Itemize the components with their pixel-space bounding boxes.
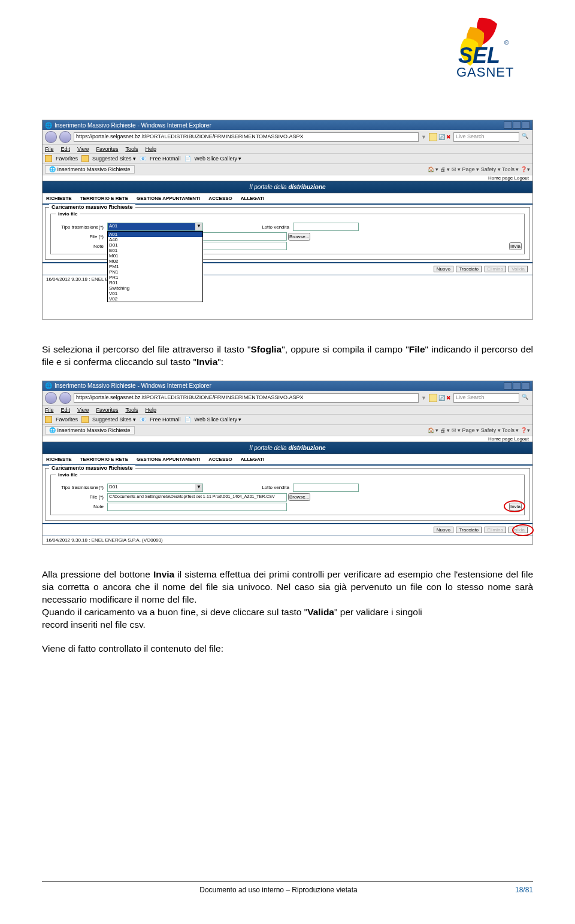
- window-titlebar: 🌐 Inserimento Massivo Richieste - Window…: [43, 381, 532, 391]
- lotto-field[interactable]: [293, 484, 359, 492]
- file-label: File (*): [53, 234, 107, 239]
- favorites-bar: Favorites Suggested Sites ▾ 📧Free Hotmai…: [43, 415, 532, 425]
- browse-button[interactable]: Browse...: [288, 493, 310, 501]
- svg-text:®: ®: [504, 39, 509, 46]
- tipo-dropdown-list[interactable]: A01 A40 D01 E01 M01 M02 PM1 PN1 PR1 R01 …: [107, 231, 203, 302]
- suggested-icon[interactable]: [81, 155, 89, 162]
- caricamento-fieldset: Caricamento massivo Richieste Invio file…: [45, 468, 530, 521]
- file-label: File (*): [53, 494, 107, 500]
- page-number: 18/81: [515, 886, 533, 894]
- elimina-button[interactable]: Elimina: [485, 527, 506, 533]
- svg-text:GASNET: GASNET: [456, 65, 514, 80]
- browser-menubar[interactable]: FileEditViewFavoritesToolsHelp: [43, 145, 532, 154]
- elimina-button[interactable]: Elimina: [485, 266, 506, 272]
- screenshot-2: 🌐 Inserimento Massivo Richieste - Window…: [42, 381, 533, 545]
- action-buttons: Nuovo Tracciato Elimina Valida: [43, 524, 532, 536]
- window-title-text: Inserimento Massivo Richieste - Windows …: [55, 122, 211, 129]
- portal-nav[interactable]: RICHIESTETERRITORIO E RETEGESTIONE APPUN…: [43, 193, 532, 205]
- tipo-label: Tipo trasmissione(*): [53, 224, 107, 230]
- portal-banner: Il portale della distribuzione: [43, 442, 532, 454]
- paragraph-2: Alla pressione del bottone Invia il sist…: [42, 569, 533, 631]
- file-field[interactable]: C:\Documents and Settings\neta\Desktop\T…: [107, 493, 287, 501]
- svg-text:SEL: SEL: [458, 43, 500, 68]
- lotto-label: Lotto vendita: [203, 485, 293, 490]
- command-bar[interactable]: 🏠 ▾ 🖨 ▾ ✉ ▾ Page ▾ Safety ▾ Tools ▾ ❓▾: [428, 166, 530, 172]
- address-bar: https://portale.selgasnet.bz.it/PORTALED…: [43, 130, 532, 145]
- forward-button[interactable]: [59, 131, 71, 143]
- note-label: Note: [53, 504, 107, 509]
- tab-bar: 🌐 Inserimento Massivo Richieste 🏠 ▾ 🖨 ▾ …: [43, 425, 532, 436]
- screenshot-1: 🌐 Inserimento Massivo Richieste - Window…: [42, 120, 533, 320]
- favorites-bar: Favorites Suggested Sites ▾ 📧Free Hotmai…: [43, 154, 532, 164]
- ie-icon: 🌐: [45, 122, 52, 129]
- note-label: Note: [53, 244, 107, 249]
- footer-text: Documento ad uso interno – Riproduzione …: [199, 886, 358, 894]
- search-go-icon[interactable]: 🔍: [522, 133, 530, 141]
- search-input[interactable]: Live Search: [453, 132, 519, 142]
- lotto-label: Lotto vendita: [203, 224, 293, 230]
- window-controls[interactable]: [504, 121, 530, 129]
- back-button[interactable]: [45, 131, 57, 143]
- tracciato-button[interactable]: Tracciato: [456, 266, 482, 272]
- nuovo-button[interactable]: Nuovo: [434, 266, 453, 272]
- valida-button[interactable]: Valida: [509, 266, 528, 272]
- valida-button[interactable]: Valida: [509, 527, 528, 533]
- search-input[interactable]: Live Search: [453, 393, 519, 403]
- favorites-star-icon[interactable]: [45, 416, 52, 423]
- nuovo-button[interactable]: Nuovo: [434, 527, 453, 533]
- lotto-field[interactable]: [293, 223, 359, 231]
- tipo-label: Tipo trasmissione(*): [53, 485, 107, 490]
- tab-bar: 🌐 Inserimento Massivo Richieste 🏠 ▾ 🖨 ▾ …: [43, 164, 532, 175]
- command-bar[interactable]: 🏠 ▾ 🖨 ▾ ✉ ▾ Page ▾ Safety ▾ Tools ▾ ❓▾: [428, 427, 530, 433]
- tracciato-button[interactable]: Tracciato: [456, 527, 482, 533]
- favorites-star-icon[interactable]: [45, 155, 52, 162]
- address-bar: https://portale.selgasnet.bz.it/PORTALED…: [43, 391, 532, 406]
- browser-tab[interactable]: 🌐 Inserimento Massivo Richieste: [45, 165, 135, 174]
- note-field[interactable]: [107, 503, 287, 511]
- page-footer: Documento ad uso interno – Riproduzione …: [42, 882, 533, 894]
- browser-menubar[interactable]: FileEditViewFavoritesToolsHelp: [43, 406, 532, 415]
- paragraph-1: Si seleziona il percorso del file attrav…: [42, 344, 533, 369]
- invio-file-fieldset: Invio file Tipo trasmissione(*) D01▼ Lot…: [50, 475, 525, 515]
- window-titlebar: 🌐 Inserimento Massivo Richieste - Window…: [43, 120, 532, 130]
- browse-button[interactable]: Browse...: [288, 233, 310, 241]
- search-go-icon[interactable]: 🔍: [522, 394, 530, 402]
- paragraph-3: Viene di fatto controllato il contenuto …: [42, 643, 533, 655]
- sel-gasnet-logo-icon: SEL ® GASNET: [437, 12, 533, 84]
- forward-button[interactable]: [59, 392, 71, 404]
- back-button[interactable]: [45, 392, 57, 404]
- window-controls[interactable]: [504, 382, 530, 390]
- portal-nav[interactable]: RICHIESTETERRITORIO E RETEGESTIONE APPUN…: [43, 454, 532, 466]
- brand-logo: SEL ® GASNET: [437, 12, 533, 86]
- window-title-text: Inserimento Massivo Richieste - Windows …: [55, 382, 211, 389]
- url-field[interactable]: https://portale.selgasnet.bz.it/PORTALED…: [74, 393, 419, 403]
- url-field[interactable]: https://portale.selgasnet.bz.it/PORTALED…: [74, 132, 419, 142]
- portal-header-links[interactable]: Home page Logout: [43, 436, 532, 442]
- tipo-select[interactable]: A01▼: [107, 223, 203, 231]
- status-bar: 16/04/2012 9.30.18 : ENEL ENERGIA S.P.A.…: [43, 536, 532, 544]
- tipo-select[interactable]: D01▼: [107, 484, 203, 492]
- lock-icon: [429, 133, 437, 141]
- browser-tab[interactable]: 🌐 Inserimento Massivo Richieste: [45, 426, 135, 434]
- ie-icon: 🌐: [45, 382, 52, 389]
- lock-icon: [429, 394, 437, 402]
- invia-button[interactable]: Invia: [509, 242, 522, 250]
- suggested-icon[interactable]: [81, 416, 89, 423]
- portal-banner: Il portale della distribuzione: [43, 181, 532, 193]
- portal-header-links[interactable]: Home page Logout: [43, 175, 532, 181]
- caricamento-fieldset: Caricamento massivo Richieste Invio file…: [45, 207, 530, 260]
- invio-file-fieldset: Invio file Tipo trasmissione(*) A01▼ A01…: [50, 214, 525, 254]
- invia-button[interactable]: Invia: [509, 503, 522, 510]
